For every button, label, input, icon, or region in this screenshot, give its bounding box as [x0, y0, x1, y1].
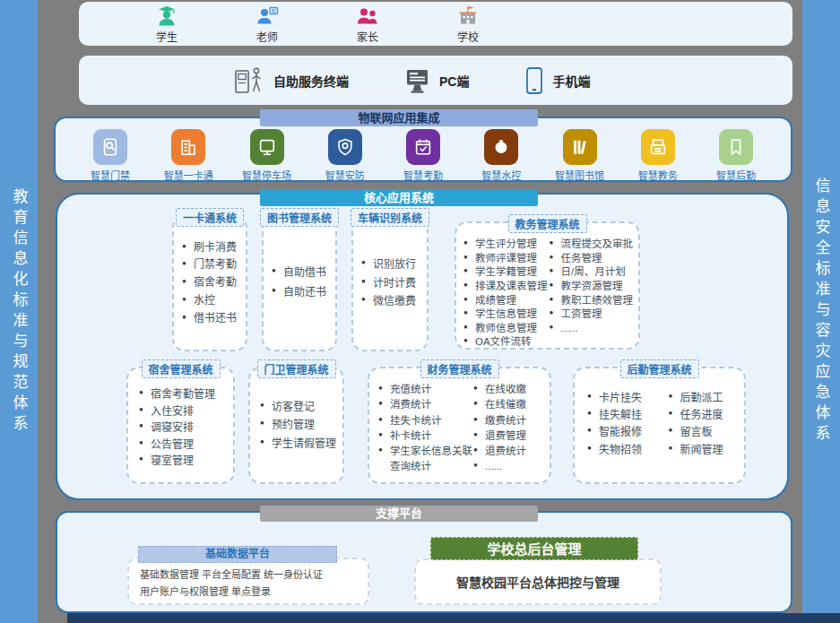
user-role-label: 学校	[457, 29, 479, 44]
system-item: 智能报修	[587, 424, 660, 441]
system-item: ......	[550, 322, 636, 336]
security-shield-icon	[328, 129, 362, 165]
system-item: 门禁考勤	[182, 256, 237, 274]
system-item: 教职工绩效管理	[550, 294, 636, 308]
school-icon	[456, 4, 480, 28]
admin-backend-desc: 智慧校园平台总体把控与管理	[456, 573, 619, 591]
iot-app-label: 智慧水控	[481, 168, 521, 182]
system-item: 留言板	[669, 424, 741, 441]
teacher-icon	[255, 4, 279, 28]
system-card-dorm: 宿舍管理系统 宿舍考勤管理 入住安排 调寝安排 公告管理 寝室管理	[126, 367, 235, 484]
iot-app-access-control: 智慧门禁	[81, 129, 140, 182]
core-section-header: 核心应用系统	[260, 189, 538, 206]
system-item: 调寝安排	[139, 420, 233, 437]
parking-icon	[250, 129, 284, 165]
system-item: 学生评分管理	[463, 238, 550, 252]
system-item: 自助借书	[272, 264, 326, 283]
smart-campus-architecture-diagram: 教育信息化标准与规范体系 信息安全标准与容灾应急体系 学生	[0, 0, 840, 623]
system-item: OA文件流转	[463, 335, 550, 350]
core-applications-panel: 一卡通系统 刷卡消费 门禁考勤 宿舍考勤 水控 借书还书 图书管理系统 自助借书…	[56, 193, 789, 500]
left-sidebar-label: 教育信息化标准与规范体系	[8, 188, 30, 436]
system-item: 工资管理	[550, 307, 636, 322]
system-item: 借书还书	[182, 310, 237, 328]
system-item: 水控	[182, 292, 237, 310]
iot-app-attendance: 智慧考勤	[394, 129, 453, 182]
system-item: 学生家长信息关联查询统计	[378, 444, 473, 475]
system-card-library: 图书管理系统 自助借书 自助还书	[262, 215, 337, 351]
system-item: 入住安排	[139, 403, 233, 420]
iot-app-water: 智慧水控	[472, 129, 531, 182]
pc-monitor-icon	[404, 67, 431, 94]
base-data-platform-card: 基础数据管理 平台全局配置 统一身份认证 用户账户与权限管理 单点登录	[127, 558, 369, 605]
right-sidebar-label: 信息安全标准与容灾应急体系	[810, 177, 833, 446]
system-item: 学生信息管理	[463, 307, 550, 322]
iot-section-header: 物联网应用集成	[260, 109, 538, 126]
iot-app-logistics: 智慧后勤	[706, 129, 766, 182]
system-item: 教学资源管理	[550, 280, 636, 294]
iot-app-academic: 智慧教务	[628, 129, 688, 182]
access-control-icon	[93, 129, 127, 165]
system-item: 挂失卡统计	[378, 413, 473, 428]
access-terminals-panel: 自助服务终端 PC端 手机端	[79, 56, 792, 105]
system-item: 预约管理	[260, 416, 336, 434]
system-item: ......	[473, 459, 546, 474]
system-card-title: 门卫管理系统	[256, 359, 335, 378]
attendance-calendar-icon	[406, 129, 440, 165]
system-card-title: 宿舍管理系统	[141, 359, 220, 378]
system-item: 挂失解挂	[587, 407, 660, 424]
terminal-label: 自助服务终端	[273, 72, 349, 90]
system-card-title: 后勤管理系统	[619, 359, 698, 378]
system-item: 在线催缴	[473, 397, 546, 412]
iot-app-onecard: 智慧一卡通	[159, 129, 218, 182]
system-item: 公告管理	[139, 437, 233, 454]
system-item: 寝室管理	[139, 453, 233, 470]
admin-backend-card: 智慧校园平台总体把控与管理	[414, 558, 662, 605]
left-standards-sidebar: 教育信息化标准与规范体系	[0, 0, 38, 623]
system-item: 消费统计	[378, 397, 473, 412]
iot-app-label: 智慧图书馆	[555, 168, 604, 182]
system-item: 缴费统计	[473, 413, 546, 428]
system-item: 刷卡消费	[182, 239, 237, 257]
user-role-label: 家长	[357, 29, 378, 44]
academic-machine-icon	[641, 129, 675, 165]
system-item: 自助还书	[272, 283, 326, 303]
bottom-navy-strip	[67, 613, 840, 623]
user-roles-panel: 学生 老师	[79, 2, 792, 46]
library-books-icon	[563, 129, 597, 165]
kiosk-icon	[233, 65, 265, 96]
iot-app-label: 智慧安防	[325, 168, 365, 182]
base-platform-line: 用户账户与权限管理 单点登录	[140, 584, 368, 601]
terminal-pc: PC端	[404, 67, 469, 94]
system-card-vehicle: 车辆识别系统 识别放行 计时计费 微信缴费	[351, 215, 429, 351]
iot-app-label: 智慧考勤	[403, 168, 443, 182]
system-item: 宿舍考勤	[182, 274, 237, 292]
system-item: 计时计费	[361, 274, 416, 292]
system-item: 日/周、月计划	[550, 265, 636, 280]
system-item: 教师评课管理	[463, 252, 550, 266]
iot-app-label: 智慧后勤	[716, 168, 756, 182]
iot-app-library: 智慧图书馆	[550, 129, 610, 182]
base-platform-line: 基础数据管理 平台全局配置 统一身份认证	[140, 567, 368, 584]
system-item: 排课及课表管理	[463, 280, 550, 294]
terminal-kiosk: 自助服务终端	[233, 65, 349, 96]
base-data-platform-title: 基础数据平台	[138, 546, 337, 563]
system-card-title: 车辆识别系统	[351, 208, 429, 227]
system-card-logistics: 后勤管理系统 卡片挂失 挂失解挂 智能报修 失物招领 后勤派工 任务进度 留言板…	[573, 367, 746, 484]
system-item: 退费统计	[473, 444, 546, 459]
system-item: 流程提交及审批	[550, 238, 636, 252]
user-role-label: 老师	[256, 29, 278, 44]
logistics-bookmark-icon	[719, 129, 753, 165]
system-card-academic: 教务管理系统 学生评分管理 教师评课管理 学生学籍管理 排课及课表管理 成绩管理…	[455, 221, 640, 350]
system-item: 成绩管理	[463, 294, 550, 308]
system-item: 后勤派工	[669, 390, 741, 407]
water-control-icon	[484, 129, 518, 165]
iot-app-parking: 智慧停车场	[238, 129, 297, 182]
iot-app-label: 智慧门禁	[91, 168, 130, 182]
right-security-sidebar: 信息安全标准与容灾应急体系	[802, 0, 840, 623]
system-item: 失物招领	[587, 442, 660, 459]
user-role-teacher: 老师	[242, 4, 292, 44]
admin-backend-title: 学校总后台管理	[430, 537, 638, 560]
system-card-onecard: 一卡通系统 刷卡消费 门禁考勤 宿舍考勤 水控 借书还书	[172, 215, 247, 351]
system-item: 宿舍考勤管理	[139, 386, 233, 403]
system-card-gate: 门卫管理系统 访客登记 预约管理 学生请假管理	[248, 367, 344, 484]
